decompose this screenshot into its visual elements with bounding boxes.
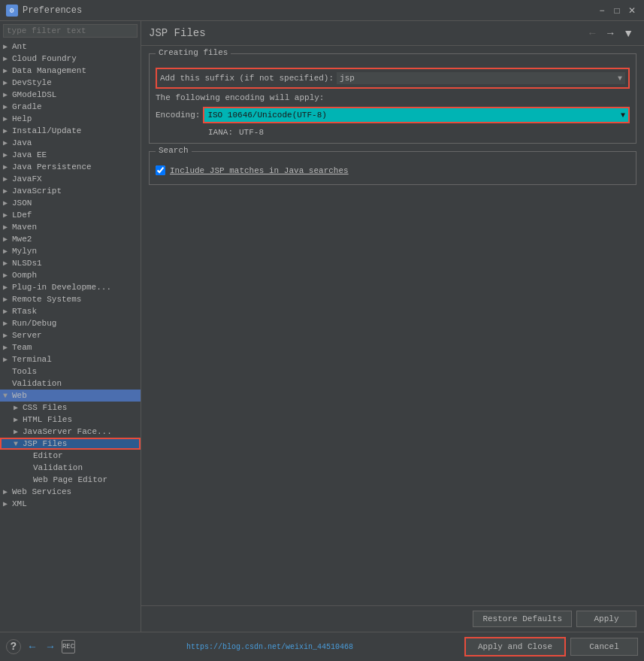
sidebar: ▶Ant▶Cloud Foundry▶Data Management▶DevSt… xyxy=(0,21,141,632)
sidebar-item-team[interactable]: ▶Team xyxy=(0,341,141,353)
sidebar-item-tools[interactable]: Tools xyxy=(0,365,141,377)
maximize-button[interactable]: □ xyxy=(611,5,623,17)
tree-arrow: ▶ xyxy=(3,307,12,316)
header-nav: ← → ▼ xyxy=(584,26,636,41)
suffix-select-wrapper: jsp jspx ▼ xyxy=(337,72,625,84)
sidebar-item-validation-sub[interactable]: Validation xyxy=(0,462,141,474)
tree-arrow: ▶ xyxy=(3,174,12,183)
sidebar-item-java-persistence[interactable]: ▶Java Persistence xyxy=(0,161,141,173)
sidebar-item-terminal[interactable]: ▶Terminal xyxy=(0,353,141,365)
sidebar-item-css-files[interactable]: ▶CSS Files xyxy=(0,402,141,414)
sidebar-item-javafx[interactable]: ▶JavaFX xyxy=(0,173,141,185)
tree-arrow: ▼ xyxy=(3,392,12,400)
sidebar-item-label: Web xyxy=(12,391,27,400)
tree-arrow: ▶ xyxy=(3,487,12,496)
tree-arrow: ▶ xyxy=(3,162,12,171)
filter-input[interactable] xyxy=(3,24,138,38)
iana-row: IANA: UTF-8 xyxy=(208,128,630,137)
sidebar-item-web-page-editor[interactable]: Web Page Editor xyxy=(0,474,141,486)
include-jsp-label: Include JSP matches in Java searches xyxy=(170,166,349,175)
sidebar-item-cloud-foundry[interactable]: ▶Cloud Foundry xyxy=(0,53,141,65)
tree-arrow: ▶ xyxy=(3,271,12,280)
help-icon[interactable]: ? xyxy=(6,639,21,654)
tree-arrow: ▶ xyxy=(14,403,23,412)
encoding-select[interactable]: ISO 10646/Unicode(UTF-8) UTF-8 ISO-8859-… xyxy=(204,108,628,122)
sidebar-item-mwe2[interactable]: ▶Mwe2 xyxy=(0,233,141,245)
nav-menu-button[interactable]: ▼ xyxy=(620,26,636,41)
encoding-label: Encoding: xyxy=(156,111,200,120)
suffix-select[interactable]: jsp jspx xyxy=(337,72,625,84)
sidebar-item-help[interactable]: ▶Help xyxy=(0,113,141,125)
sidebar-item-label: Data Management xyxy=(12,66,86,75)
sidebar-item-label: JavaFX xyxy=(12,174,42,183)
tree-arrow: ▶ xyxy=(3,126,12,135)
apply-button[interactable]: Apply xyxy=(576,611,636,627)
sidebar-item-label: JavaScript xyxy=(12,186,62,196)
tree-arrow: ▶ xyxy=(3,54,12,63)
sidebar-item-ldef[interactable]: ▶LDef xyxy=(0,209,141,221)
creating-files-group: Creating files Add this suffix (if not s… xyxy=(149,53,636,144)
sidebar-item-rtask[interactable]: ▶RTask xyxy=(0,305,141,317)
sidebar-item-data-management[interactable]: ▶Data Management xyxy=(0,65,141,77)
minimize-button[interactable]: − xyxy=(596,5,608,17)
sidebar-item-maven[interactable]: ▶Maven xyxy=(0,221,141,233)
sidebar-item-label: HTML Files xyxy=(23,415,72,424)
sidebar-item-label: Terminal xyxy=(12,355,52,364)
sidebar-item-validation[interactable]: Validation xyxy=(0,377,141,390)
tree-arrow: ▶ xyxy=(3,66,12,75)
tree-arrow: ▶ xyxy=(3,319,12,328)
sidebar-item-oomph[interactable]: ▶Oomph xyxy=(0,269,141,281)
sidebar-item-java-ee[interactable]: ▶Java EE xyxy=(0,149,141,161)
sidebar-item-nlsds1[interactable]: ▶NLSDs1 xyxy=(0,257,141,269)
sidebar-item-label: Cloud Foundry xyxy=(12,54,77,63)
sidebar-filter xyxy=(0,21,141,41)
sidebar-item-server[interactable]: ▶Server xyxy=(0,329,141,341)
tree-arrow: ▶ xyxy=(3,247,12,256)
tree-arrow: ▶ xyxy=(3,499,12,508)
sidebar-item-label: JSP Files xyxy=(23,439,67,448)
tree-arrow: ▶ xyxy=(3,78,12,87)
include-jsp-checkbox[interactable] xyxy=(156,165,165,175)
nav-back-button[interactable]: ← xyxy=(584,26,600,41)
rec-icon[interactable]: REC xyxy=(62,640,75,653)
search-group-title: Search xyxy=(156,146,192,155)
sidebar-item-label: Java EE xyxy=(12,150,47,159)
export-icon[interactable]: → xyxy=(44,640,57,653)
nav-forward-button[interactable]: → xyxy=(602,26,618,41)
sidebar-item-json[interactable]: ▶JSON xyxy=(0,197,141,209)
sidebar-item-gradle[interactable]: ▶Gradle xyxy=(0,101,141,113)
sidebar-item-label: Java Persistence xyxy=(12,162,92,171)
sidebar-item-java[interactable]: ▶Java xyxy=(0,137,141,149)
sidebar-item-remote-systems[interactable]: ▶Remote Systems xyxy=(0,293,141,305)
sidebar-item-install-update[interactable]: ▶Install/Update xyxy=(0,125,141,137)
app-icon: ⚙ xyxy=(6,5,18,17)
sidebar-item-label: Gradle xyxy=(12,102,42,111)
apply-and-close-button[interactable]: Apply and Close xyxy=(464,637,566,656)
creating-files-title: Creating files xyxy=(156,48,231,57)
cancel-button[interactable]: Cancel xyxy=(570,638,638,656)
tree-arrow: ▶ xyxy=(3,42,12,51)
sidebar-item-html-files[interactable]: ▶HTML Files xyxy=(0,414,141,426)
sidebar-item-gmodeldsl[interactable]: ▶GModelDSL xyxy=(0,89,141,101)
close-button[interactable]: ✕ xyxy=(626,5,638,17)
sidebar-item-devstyle[interactable]: ▶DevStyle xyxy=(0,77,141,89)
sidebar-item-javascript[interactable]: ▶JavaScript xyxy=(0,185,141,197)
import-icon[interactable]: ← xyxy=(26,640,39,653)
sidebar-item-web-services[interactable]: ▶Web Services xyxy=(0,486,141,498)
sidebar-item-jsp-files[interactable]: ▼JSP Files xyxy=(0,438,141,450)
sidebar-item-label: Run/Debug xyxy=(12,319,56,328)
bottom-toolbar: Restore Defaults Apply xyxy=(141,605,644,632)
sidebar-item-editor[interactable]: Editor xyxy=(0,450,141,462)
sidebar-item-web[interactable]: ▼Web xyxy=(0,390,141,402)
title-bar: ⚙ Preferences − □ ✕ xyxy=(0,0,644,21)
tree-arrow: ▶ xyxy=(3,355,12,364)
sidebar-item-plug-in-development[interactable]: ▶Plug-in Developme... xyxy=(0,281,141,293)
iana-value: UTF-8 xyxy=(239,128,264,137)
sidebar-item-ant[interactable]: ▶Ant xyxy=(0,41,141,53)
sidebar-item-label: DevStyle xyxy=(12,78,52,87)
sidebar-item-run-debug[interactable]: ▶Run/Debug xyxy=(0,317,141,329)
sidebar-item-javaserver-faces[interactable]: ▶JavaServer Face... xyxy=(0,426,141,438)
sidebar-item-xml[interactable]: ▶XML xyxy=(0,498,141,510)
restore-defaults-button[interactable]: Restore Defaults xyxy=(473,611,572,627)
sidebar-item-mylyn[interactable]: ▶Mylyn xyxy=(0,245,141,257)
